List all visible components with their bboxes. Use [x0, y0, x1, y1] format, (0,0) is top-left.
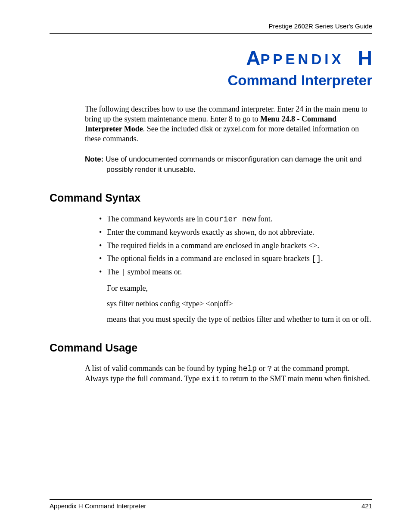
intro-paragraph: The following describes how to use the c…	[85, 104, 372, 144]
footer-rule	[50, 499, 372, 500]
list-item: The optional fields in a command are enc…	[99, 253, 372, 264]
item-pre: The optional fields in a command are enc…	[107, 254, 311, 263]
list-item: Enter the command keywords exactly as sh…	[99, 227, 372, 237]
footer-row: Appendix H Command Interpreter 421	[50, 502, 372, 510]
appendix-letter-a: A	[246, 47, 260, 69]
item-pre: The command keywords are in	[107, 215, 205, 223]
usage-pre: A list of valid commands can be found by…	[85, 364, 238, 373]
item-mono: courier new	[205, 215, 256, 224]
usage-post: to return to the SMT main menu when fini…	[220, 374, 370, 383]
document-page: Prestige 2602R Series User's Guide APPEN…	[0, 0, 411, 532]
note-paragraph: Note: Use of undocumented commands or mi…	[85, 154, 372, 174]
item-post: .	[321, 254, 323, 263]
note-label: Note:	[85, 155, 103, 163]
usage-mono3: exit	[202, 375, 220, 383]
item-full: Enter the command keywords exactly as sh…	[107, 228, 314, 236]
usage-paragraph: A list of valid commands can be found by…	[85, 364, 372, 384]
item-pre: The	[107, 268, 121, 276]
section-heading-usage: Command Usage	[50, 342, 372, 354]
appendix-label: APPENDIX H	[50, 47, 372, 70]
list-item: The command keywords are in courier new …	[99, 214, 372, 224]
syntax-list: The command keywords are in courier new …	[99, 214, 372, 324]
item-sub1: For example,	[107, 283, 372, 293]
item-full: The required fields in a command are enc…	[107, 241, 319, 250]
appendix-word: PPENDIX	[261, 51, 344, 67]
footer-page-number: 421	[361, 502, 372, 510]
footer-left: Appendix H Command Interpreter	[50, 502, 146, 510]
section-heading-syntax: Command Syntax	[50, 192, 372, 204]
appendix-letter-h: H	[358, 47, 372, 69]
list-item: The required fields in a command are enc…	[99, 240, 372, 251]
chapter-title: Command Interpreter	[50, 72, 372, 89]
item-mono: []	[311, 255, 321, 263]
item-sub2: sys filter netbios config <type> <on|off…	[107, 299, 372, 309]
item-mono: |	[121, 268, 125, 277]
header-rule	[50, 33, 372, 34]
note-text: Use of undocumented commands or misconfi…	[103, 155, 361, 173]
usage-mid1: or	[257, 364, 267, 373]
usage-mono2: ?	[267, 364, 272, 373]
item-sub3: means that you must specify the type of …	[107, 314, 372, 324]
page-footer: Appendix H Command Interpreter 421	[50, 499, 372, 510]
item-post: font.	[256, 215, 272, 223]
item-post: symbol means or.	[125, 268, 182, 276]
usage-mono1: help	[238, 364, 257, 373]
list-item: The | symbol means or. For example, sys …	[99, 267, 372, 324]
running-header: Prestige 2602R Series User's Guide	[50, 22, 372, 30]
